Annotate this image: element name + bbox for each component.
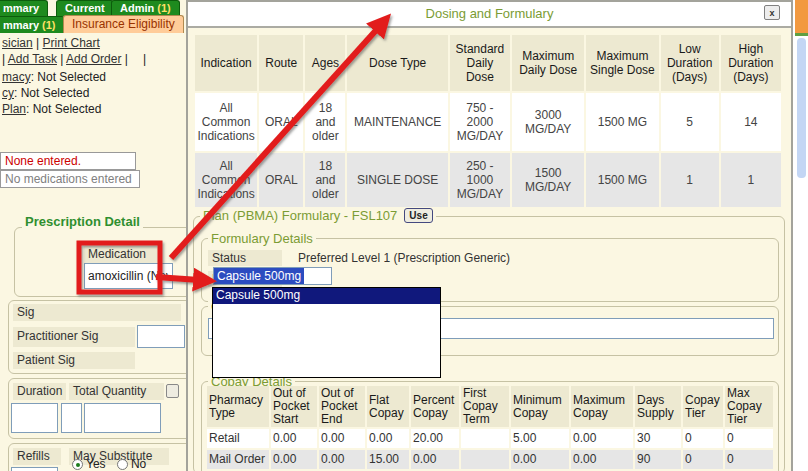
total-quantity-label: Total Quantity	[69, 383, 164, 400]
table-cell: 3000 MG/DAY	[512, 93, 584, 151]
print-chart-link[interactable]: Print Chart	[43, 36, 100, 50]
dialog-titlebar: Dosing and Formulary x	[188, 2, 791, 28]
plan-status-line: Plan: Not Selected	[2, 102, 101, 116]
column-header: Out of Pocket End	[319, 386, 365, 427]
sig-header: Sig	[13, 304, 181, 321]
medication-label: Medication	[84, 246, 158, 263]
add-task-link[interactable]: Add Task	[8, 52, 57, 66]
status-text: : Not Selected	[31, 70, 106, 84]
agency-link[interactable]: cy	[2, 86, 14, 100]
physician-link[interactable]: sician	[2, 36, 33, 50]
dosing-row-single-dose[interactable]: All Common Indications ORAL 18 and older…	[195, 153, 781, 207]
quantity-value-input[interactable]	[61, 403, 82, 433]
table-cell: 0	[683, 429, 723, 448]
add-order-link[interactable]: Add Order	[66, 52, 121, 66]
table-cell: 5	[661, 93, 719, 151]
table-cell: MAINTENANCE	[347, 93, 447, 151]
table-cell: 0.00	[271, 450, 317, 469]
tab-label: mmary	[3, 19, 39, 31]
column-header: Low Duration (Days)	[661, 35, 719, 91]
table-cell: 750 - 2000 MG/DAY	[450, 93, 510, 151]
table-cell: 14	[721, 93, 781, 151]
tab-label: mmary	[3, 2, 39, 14]
yes-radio[interactable]	[72, 459, 83, 470]
table-cell: 1500 MG	[586, 93, 658, 151]
quantity-unit-input[interactable]	[84, 403, 161, 433]
copay-row-retail: Retail 0.00 0.00 0.00 20.00 5.00 0.00 30…	[207, 429, 773, 448]
table-cell: 0.00	[271, 429, 317, 448]
table-cell: 0.00	[571, 429, 633, 448]
table-cell: ORAL	[259, 93, 303, 151]
table-cell: 0.00	[319, 429, 365, 448]
right-scroll-strip	[793, 0, 808, 471]
duration-input[interactable]	[11, 403, 58, 433]
tab-summary-sub[interactable]: mmary(1)	[0, 16, 65, 33]
medication-form-combobox[interactable]: Capsule 500mg	[213, 267, 332, 285]
table-cell: 90	[635, 450, 681, 469]
close-icon[interactable]: x	[764, 5, 780, 20]
column-header: Dose Type	[347, 35, 447, 91]
scrollbar-thumb[interactable]	[797, 38, 806, 178]
pharmacy-status-line: macy: Not Selected	[2, 70, 106, 84]
pharmacy-link[interactable]: macy	[2, 70, 31, 84]
plan-link[interactable]: Plan	[2, 102, 26, 116]
table-cell: 0.00	[411, 450, 459, 469]
table-cell: 18 and older	[305, 93, 345, 151]
table-cell: 1500 MG	[586, 153, 658, 207]
formulary-details-legend: Formulary Details	[208, 231, 316, 246]
no-radio[interactable]	[117, 459, 128, 470]
tab-current[interactable]: Current	[56, 0, 114, 16]
dropdown-item[interactable]: Capsule 500mg	[213, 288, 440, 304]
status-text: : Not Selected	[14, 86, 89, 100]
column-header: Maximum Daily Dose	[512, 35, 584, 91]
table-cell: 0	[725, 450, 773, 469]
column-header: Copay Tier	[683, 386, 723, 427]
no-radio-label: No	[131, 457, 146, 471]
green-edge-line	[795, 33, 808, 36]
tab-summary-top[interactable]: mmary	[0, 0, 48, 16]
patient-sig-label: Patient Sig	[13, 352, 135, 369]
quantity-calculator-button[interactable]	[166, 384, 179, 398]
dosing-row-maintenance[interactable]: All Common Indications ORAL 18 and older…	[195, 93, 781, 151]
table-cell: 0.00	[367, 429, 409, 448]
column-header: High Duration (Days)	[721, 35, 781, 91]
table-cell	[461, 450, 509, 469]
orange-edge-block	[795, 0, 808, 33]
refills-input[interactable]	[11, 467, 58, 471]
table-cell: 0	[725, 429, 773, 448]
table-cell: 1	[721, 153, 781, 207]
none-entered-box: None entered.	[0, 152, 136, 170]
tab-admin[interactable]: Admin(1)	[111, 0, 180, 16]
column-header: Route	[259, 35, 303, 91]
table-cell: 1500 MG/DAY	[512, 153, 584, 207]
chart-links-line: sician | Print Chart	[2, 36, 100, 50]
medication-form-dropdown-list: Capsule 500mg	[212, 287, 441, 378]
table-cell: SINGLE DOSE	[347, 153, 447, 207]
column-header: Ages	[305, 35, 345, 91]
table-cell: 20.00	[411, 429, 459, 448]
table-cell: ORAL	[259, 153, 303, 207]
column-header: Minimum Copay	[511, 386, 569, 427]
table-cell: 0	[683, 450, 723, 469]
task-order-links-line: | Add Task | Add Order |	[2, 52, 128, 66]
practitioner-sig-label: Practitioner Sig	[13, 327, 135, 347]
table-cell: Retail	[207, 429, 269, 448]
medication-input[interactable]	[84, 263, 173, 289]
column-header: Days Supply	[635, 386, 681, 427]
tab-insurance-eligibility[interactable]: Insurance Eligibility	[63, 15, 184, 33]
tab-label: Current	[65, 2, 105, 14]
practitioner-sig-input[interactable]	[137, 325, 185, 348]
dialog-title: Dosing and Formulary	[188, 2, 791, 26]
agency-status-line: cy: Not Selected	[2, 86, 89, 100]
table-cell: 0.00	[511, 450, 569, 469]
may-substitute-radios: Yes No	[72, 457, 146, 471]
table-cell: 1	[661, 153, 719, 207]
status-value: Preferred Level 1 (Prescription Generic)	[298, 251, 510, 265]
column-header: Percent Copay	[411, 386, 459, 427]
copay-header-row: Pharmacy Type Out of Pocket Start Out of…	[207, 386, 773, 427]
column-header: Out of Pocket Start	[271, 386, 317, 427]
column-header: First Copay Term	[461, 386, 509, 427]
separator: |	[36, 36, 39, 50]
use-button[interactable]: Use	[404, 208, 432, 223]
plan-legend-text: Plan (PBMA) Formulary - FSL107	[203, 208, 397, 223]
